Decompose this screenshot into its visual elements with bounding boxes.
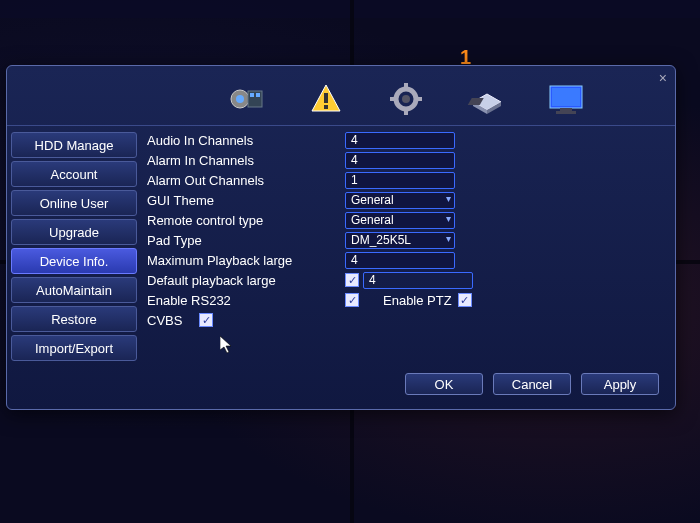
sidebar-item-upgrade[interactable]: Upgrade xyxy=(11,219,137,245)
gui-theme-select[interactable]: General xyxy=(345,192,455,209)
svg-rect-20 xyxy=(560,108,572,111)
max-playback-label: Maximum Playback large xyxy=(147,253,345,268)
svg-rect-6 xyxy=(324,93,328,103)
alarm-in-input[interactable]: 4 xyxy=(345,152,455,169)
cvbs-label: CVBS xyxy=(147,313,199,328)
sidebar-item-automaintain[interactable]: AutoMaintain xyxy=(11,277,137,303)
def-playback-checkbox[interactable] xyxy=(345,273,359,287)
enable-ptz-label: Enable PTZ xyxy=(383,293,452,308)
sidebar-label: Import/Export xyxy=(35,341,113,356)
monitor-icon[interactable] xyxy=(540,77,592,121)
sidebar-item-online-user[interactable]: Online User xyxy=(11,190,137,216)
alarm-out-label: Alarm Out Channels xyxy=(147,173,345,188)
sidebar-label: Account xyxy=(51,167,98,182)
sidebar-item-device-info[interactable]: Device Info. xyxy=(11,248,137,274)
max-playback-input[interactable]: 4 xyxy=(345,252,455,269)
enable-ptz-checkbox[interactable] xyxy=(458,293,472,307)
def-playback-input[interactable]: 4 xyxy=(363,272,473,289)
settings-dialog: × HDD Manage Account Online User Upgrade… xyxy=(6,65,676,410)
close-icon[interactable]: × xyxy=(659,70,667,86)
svg-rect-21 xyxy=(556,111,576,114)
cancel-button[interactable]: Cancel xyxy=(493,373,571,395)
camera-icon[interactable] xyxy=(220,77,272,121)
svg-rect-3 xyxy=(250,93,254,97)
gui-theme-label: GUI Theme xyxy=(147,193,345,208)
sidebar-label: HDD Manage xyxy=(35,138,114,153)
svg-rect-19 xyxy=(552,88,580,106)
sidebar-label: AutoMaintain xyxy=(36,283,112,298)
enable-rs232-checkbox[interactable] xyxy=(345,293,359,307)
cvbs-checkbox[interactable] xyxy=(199,313,213,327)
sidebar-item-account[interactable]: Account xyxy=(11,161,137,187)
gear-icon[interactable] xyxy=(380,77,432,121)
pad-type-label: Pad Type xyxy=(147,233,345,248)
svg-point-1 xyxy=(236,95,244,103)
remote-type-label: Remote control type xyxy=(147,213,345,228)
chip-icon[interactable] xyxy=(460,77,512,121)
sidebar-label: Upgrade xyxy=(49,225,99,240)
svg-point-9 xyxy=(402,95,410,103)
sidebar-label: Device Info. xyxy=(40,254,109,269)
apply-button[interactable]: Apply xyxy=(581,373,659,395)
sidebar-item-restore[interactable]: Restore xyxy=(11,306,137,332)
alarm-out-input[interactable]: 1 xyxy=(345,172,455,189)
ok-button[interactable]: OK xyxy=(405,373,483,395)
svg-rect-4 xyxy=(256,93,260,97)
alert-icon[interactable] xyxy=(300,77,352,121)
alarm-in-label: Alarm In Channels xyxy=(147,153,345,168)
button-bar: OK Cancel Apply xyxy=(147,369,665,403)
def-playback-label: Default playback large xyxy=(147,273,345,288)
remote-type-select[interactable]: General xyxy=(345,212,455,229)
sidebar-label: Online User xyxy=(40,196,109,211)
enable-rs232-label: Enable RS232 xyxy=(147,293,345,308)
pad-type-select[interactable]: DM_25K5L xyxy=(345,232,455,249)
svg-rect-7 xyxy=(324,105,328,109)
sidebar-item-hdd[interactable]: HDD Manage xyxy=(11,132,137,158)
audio-in-input[interactable]: 4 xyxy=(345,132,455,149)
sidebar-label: Restore xyxy=(51,312,97,327)
sidebar-item-import-export[interactable]: Import/Export xyxy=(11,335,137,361)
form-panel: Audio In Channels4 Alarm In Channels4 Al… xyxy=(141,126,675,409)
audio-in-label: Audio In Channels xyxy=(147,133,345,148)
sidebar: HDD Manage Account Online User Upgrade D… xyxy=(7,126,141,409)
toolbar xyxy=(7,66,675,126)
